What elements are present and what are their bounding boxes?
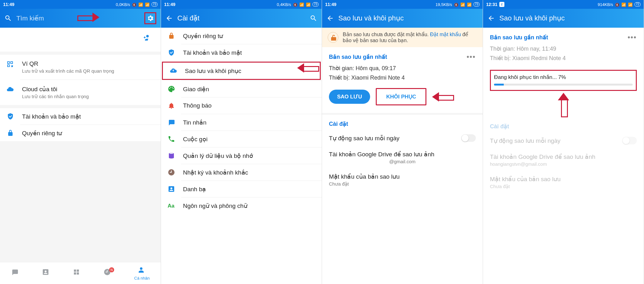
item-gdrive: Tài khoản Google Drive để sao lưu ảnh ho… [483,149,644,171]
item-auto-backup: Tự động sao lưu mỗi ngày [483,132,644,149]
item-password[interactable]: Mật khẩu của bản sao lưu Chưa đặt [322,169,483,191]
status-bar: 11:49 0,0KB/s 73 [0,0,161,9]
set-password-link[interactable]: Đặt mật khẩu [430,32,461,37]
item-message[interactable]: Tin nhắn [161,114,322,131]
restore-button-highlight[interactable]: KHÔI PHỤC [376,88,426,105]
nav-me[interactable]: Cá nhân [134,266,150,281]
item-auto-backup[interactable]: Tự động sao lưu mỗi ngày [322,130,483,146]
zalo-badge: Z [499,2,504,7]
screen-settings: 11:49 0,4KB/s 73 Cài đặt Quyền riêng tư … [161,0,322,284]
progress-bar [494,84,633,86]
settings-title: Cài đặt [483,117,644,132]
item-password: Mật khẩu của bản sao lưu Chưa đặt [483,171,644,194]
status-bar: 12:31 Z 914KB/s 72 [483,0,644,9]
password-banner[interactable]: Bản sao lưu chưa được đặt mật khẩu. Đặt … [322,28,483,47]
settings-title: Cài đặt [322,115,483,130]
item-privacy[interactable]: Quyền riêng tư [0,125,161,141]
annotation-arrow [432,92,454,102]
header: Cài đặt [161,9,322,28]
add-friend-icon[interactable] [143,34,153,43]
header: Sao lưu và khôi phục [483,9,644,28]
nav-messages[interactable] [11,268,20,278]
backup-time: Thời gian: Hôm qua, 09:17 [322,64,483,73]
settings-button-highlight [144,12,156,24]
annotation-arrow [297,63,319,73]
auto-backup-toggle [622,137,637,144]
item-qr[interactable]: Ví QR Lưu trữ và xuất trình các mã QR qu… [0,55,161,80]
latest-backup-title: Bản sao lưu gần nhất ••• [483,28,644,44]
more-icon[interactable]: ••• [467,53,476,61]
more-icon[interactable]: ••• [628,33,637,42]
search-icon[interactable] [310,14,317,22]
backup-device: Thiết bị: Xiaomi Redmi Note 4 [322,73,483,82]
backup-device: Thiết bị: Xiaomi Redmi Note 4 [483,53,644,63]
header: Sao lưu và khôi phục [322,9,483,28]
item-storage[interactable]: Quản lý dữ liệu và bộ nhớ [161,148,322,164]
item-lang[interactable]: Ngôn ngữ và phông chữ [161,198,322,214]
item-cloud[interactable]: Cloud của tôi Lưu trữ các tin nhắn quan … [0,80,161,105]
annotation-arrow [558,93,569,117]
item-contacts[interactable]: Danh bạ [161,181,322,197]
status-bar: 11:49 0,4KB/s 73 [161,0,322,9]
nav-contacts[interactable] [42,268,51,278]
progress-label: Đang khôi phục tin nhắn... 7% [494,74,633,81]
item-call[interactable]: Cuộc gọi [161,131,322,147]
backup-time: Thời gian: Hôm nay, 11:49 [483,44,644,53]
auto-backup-toggle[interactable] [461,134,476,142]
status-bar: 11:49 19,5KB/s 73 [322,0,483,9]
item-notify[interactable]: Thông báo [161,97,322,114]
item-gdrive[interactable]: Tài khoản Google Drive để sao lưu ảnh @g… [322,146,483,169]
restore-progress-highlight: Đang khôi phục tin nhắn... 7% [490,70,637,91]
lock-open-icon [328,32,338,43]
back-icon[interactable] [487,14,495,22]
nav-apps[interactable] [73,268,81,278]
back-icon[interactable] [165,14,173,22]
screen-profile: 11:49 0,0KB/s 73 Tìm kiếm Ví QR Lưu trữ … [0,0,161,284]
latest-backup-title: Bản sao lưu gần nhất ••• [322,47,483,64]
nav-timeline[interactable]: N [103,268,112,278]
backup-button[interactable]: SAO LƯU [329,90,370,104]
annotation-arrow [77,13,99,22]
back-icon[interactable] [326,14,334,22]
item-theme[interactable]: Giao diện [161,81,322,97]
screen-restore: 12:31 Z 914KB/s 72 Sao lưu và khôi phục … [483,0,644,284]
bottom-nav: N Cá nhân [0,262,161,284]
item-security[interactable]: Tài khoản và bảo mật [161,44,322,61]
item-security[interactable]: Tài khoản và bảo mật [0,108,161,125]
item-privacy[interactable]: Quyền riêng tư [161,28,322,44]
search-icon[interactable] [4,14,12,22]
screen-backup: 11:49 19,5KB/s 73 Sao lưu và khôi phục B… [322,0,483,284]
item-diary[interactable]: Nhật ký và khoảnh khắc [161,164,322,181]
gear-icon[interactable] [147,14,154,22]
